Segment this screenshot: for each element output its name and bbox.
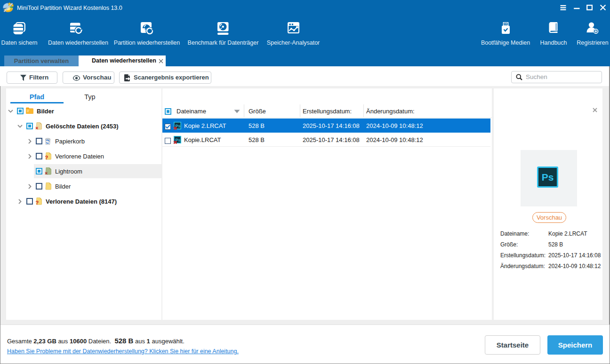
svg-text:×: ×	[35, 125, 38, 130]
svg-text:?: ?	[36, 200, 39, 205]
svg-text:?: ?	[45, 155, 48, 160]
svg-text:×: ×	[45, 170, 48, 175]
